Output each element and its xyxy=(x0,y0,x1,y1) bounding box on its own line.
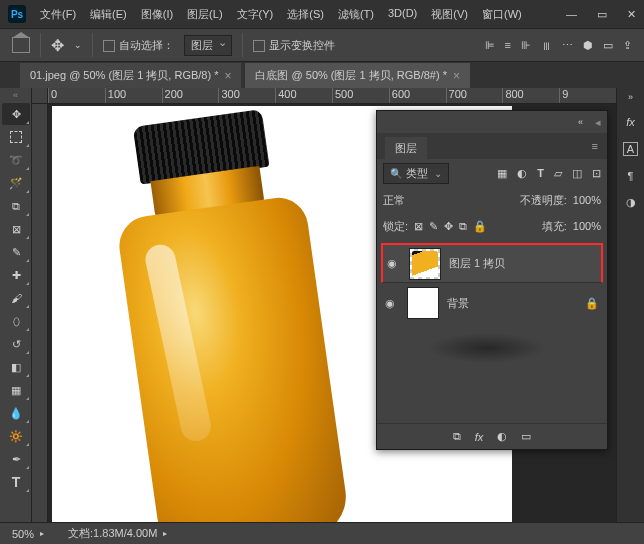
align-icon[interactable]: ≡ xyxy=(505,39,511,52)
align-icon[interactable]: ⊫ xyxy=(485,39,495,52)
close-icon[interactable]: ✕ xyxy=(627,8,636,21)
lock-pixels-icon[interactable]: ⊠ xyxy=(414,220,423,233)
filter-toggle-icon[interactable]: ⊡ xyxy=(592,167,601,180)
home-icon[interactable] xyxy=(12,37,30,53)
layer-row[interactable]: ◉ 图层 1 拷贝 xyxy=(381,243,603,283)
link-layers-icon[interactable]: ⧉ xyxy=(453,430,461,443)
eraser-tool-icon[interactable]: ◧ xyxy=(2,356,30,378)
healing-tool-icon[interactable]: ✚ xyxy=(2,264,30,286)
paragraph-panel-icon[interactable]: ¶ xyxy=(628,170,634,182)
menu-layer[interactable]: 图层(L) xyxy=(187,7,222,22)
menu-3d[interactable]: 3D(D) xyxy=(388,7,417,22)
close-panel-icon[interactable]: ◂ xyxy=(595,116,601,129)
dodge-tool-icon[interactable]: 🔆 xyxy=(2,425,30,447)
fx-panel-icon[interactable]: fx xyxy=(626,116,635,128)
minimize-icon[interactable]: — xyxy=(566,8,577,21)
layers-tab[interactable]: 图层 xyxy=(385,137,427,160)
align-icon[interactable]: ⊪ xyxy=(521,39,531,52)
filter-smart-icon[interactable]: ◫ xyxy=(572,167,582,180)
vertical-ruler[interactable] xyxy=(32,104,48,522)
layer-name[interactable]: 图层 1 拷贝 xyxy=(449,256,505,271)
menu-file[interactable]: 文件(F) xyxy=(40,7,76,22)
move-tool-icon[interactable]: ✥ xyxy=(2,103,30,125)
layer-mask-icon[interactable]: ◐ xyxy=(497,430,507,443)
quick-select-tool-icon[interactable]: 🪄 xyxy=(2,172,30,194)
title-bar: Ps 文件(F) 编辑(E) 图像(I) 图层(L) 文字(Y) 选择(S) 滤… xyxy=(0,0,644,28)
layer-filter-dropdown[interactable]: 🔍 类型 xyxy=(383,163,449,184)
doc-label: 文档: xyxy=(68,527,93,539)
stamp-tool-icon[interactable]: ⬯ xyxy=(2,310,30,332)
chevron-right-icon[interactable]: ▸ xyxy=(40,529,44,538)
filter-type-icon[interactable]: T xyxy=(537,167,544,180)
fill-input[interactable]: 100% xyxy=(573,220,601,232)
divider xyxy=(242,33,243,57)
collapse-icon[interactable]: « xyxy=(578,117,583,127)
options-icon[interactable]: ⋯ xyxy=(562,39,573,52)
app-logo-icon: Ps xyxy=(8,5,26,23)
show-transform-checkbox[interactable]: 显示变换控件 xyxy=(253,38,335,53)
layer-row[interactable]: ◉ 背景 🔒 xyxy=(381,283,603,323)
swatches-panel-icon[interactable]: ◑ xyxy=(626,196,636,209)
lock-nest-icon[interactable]: ⧉ xyxy=(459,220,467,233)
frame-tool-icon[interactable]: ⊠ xyxy=(2,218,30,240)
filter-adjust-icon[interactable]: ◐ xyxy=(517,167,527,180)
tab-label: 白底图 @ 50% (图层 1 拷贝, RGB/8#) * xyxy=(255,68,447,83)
tab-label: 01.jpeg @ 50% (图层 1 拷贝, RGB/8) * xyxy=(30,68,218,83)
filter-label: 类型 xyxy=(406,166,428,181)
history-brush-tool-icon[interactable]: ↺ xyxy=(2,333,30,355)
share-icon[interactable]: ⇪ xyxy=(623,39,632,52)
document-tab[interactable]: 白底图 @ 50% (图层 1 拷贝, RGB/8#) * × xyxy=(245,63,470,88)
glyphs-panel-icon[interactable]: A xyxy=(623,142,638,156)
filter-pixel-icon[interactable]: ▦ xyxy=(497,167,507,180)
blur-tool-icon[interactable]: 💧 xyxy=(2,402,30,424)
tab-close-icon[interactable]: × xyxy=(453,69,460,83)
menu-edit[interactable]: 编辑(E) xyxy=(90,7,127,22)
auto-select-target-dropdown[interactable]: 图层 xyxy=(184,35,232,56)
panel-menu-icon[interactable]: ≡ xyxy=(592,140,599,152)
move-tool-icon[interactable]: ✥ xyxy=(51,36,64,55)
doc-info[interactable]: 文档:1.83M/4.00M xyxy=(68,526,157,541)
expand-icon[interactable]: » xyxy=(628,92,633,102)
distribute-icon[interactable]: ⫼ xyxy=(541,39,552,52)
lock-artboard-icon[interactable]: ✥ xyxy=(444,220,453,233)
maximize-icon[interactable]: ▭ xyxy=(597,8,607,21)
menu-filter[interactable]: 滤镜(T) xyxy=(338,7,374,22)
menu-type[interactable]: 文字(Y) xyxy=(237,7,274,22)
visibility-toggle-icon[interactable]: ◉ xyxy=(385,297,399,310)
new-group-icon[interactable]: ▭ xyxy=(521,430,531,443)
ruler-mark: 0 xyxy=(48,88,105,103)
workspace-icon[interactable]: ▭ xyxy=(603,39,613,52)
menu-view[interactable]: 视图(V) xyxy=(431,7,468,22)
show-transform-label: 显示变换控件 xyxy=(269,39,335,51)
lock-position-icon[interactable]: ✎ xyxy=(429,220,438,233)
layer-thumbnail[interactable] xyxy=(407,287,439,319)
layer-name[interactable]: 背景 xyxy=(447,296,469,311)
3d-mode-icon[interactable]: ⬢ xyxy=(583,39,593,52)
pen-tool-icon[interactable]: ✒ xyxy=(2,448,30,470)
filter-shape-icon[interactable]: ▱ xyxy=(554,167,562,180)
lasso-tool-icon[interactable]: ➰ xyxy=(2,149,30,171)
auto-select-checkbox[interactable]: 自动选择： xyxy=(103,38,174,53)
horizontal-ruler[interactable]: 0 100 200 300 400 500 600 700 800 9 xyxy=(48,88,616,104)
menu-image[interactable]: 图像(I) xyxy=(141,7,173,22)
blend-mode-dropdown[interactable]: 正常 xyxy=(383,193,459,208)
eyedropper-tool-icon[interactable]: ✎ xyxy=(2,241,30,263)
collapse-icon[interactable]: « xyxy=(2,90,29,102)
visibility-toggle-icon[interactable]: ◉ xyxy=(387,257,401,270)
marquee-tool-icon[interactable] xyxy=(2,126,30,148)
type-tool-icon[interactable]: T xyxy=(2,471,30,493)
layer-thumbnail[interactable] xyxy=(409,248,441,280)
zoom-level[interactable]: 50% xyxy=(12,528,34,540)
chevron-right-icon[interactable]: ▸ xyxy=(163,529,167,538)
menu-select[interactable]: 选择(S) xyxy=(287,7,324,22)
tab-close-icon[interactable]: × xyxy=(224,69,231,83)
crop-tool-icon[interactable]: ⧉ xyxy=(2,195,30,217)
opacity-input[interactable]: 100% xyxy=(573,194,601,206)
menu-window[interactable]: 窗口(W) xyxy=(482,7,522,22)
document-tab[interactable]: 01.jpeg @ 50% (图层 1 拷贝, RGB/8) * × xyxy=(20,63,241,88)
layer-fx-icon[interactable]: fx xyxy=(475,431,484,443)
brush-tool-icon[interactable]: 🖌 xyxy=(2,287,30,309)
chevron-down-icon[interactable]: ⌄ xyxy=(74,40,82,50)
lock-all-icon[interactable]: 🔒 xyxy=(473,220,487,233)
gradient-tool-icon[interactable]: ▦ xyxy=(2,379,30,401)
